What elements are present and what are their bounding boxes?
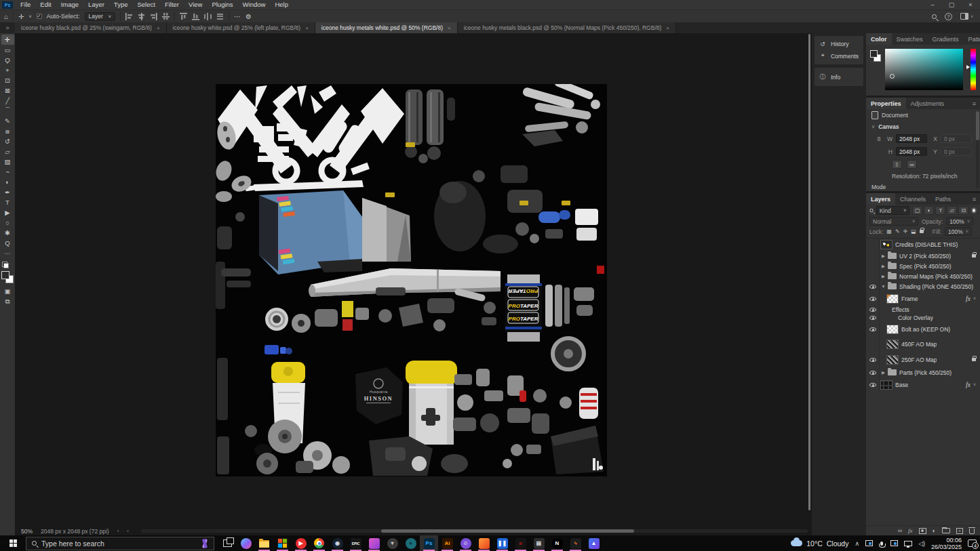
move-tool[interactable]: ✛ [1, 35, 14, 45]
color-picker-handle[interactable] [890, 74, 895, 79]
distribute-top-icon[interactable] [180, 13, 187, 20]
layer-row-frame[interactable]: Framefx˄ [866, 291, 980, 306]
portrait-orientation-button[interactable]: ▯ [892, 160, 902, 169]
visibility-eye-icon[interactable] [866, 352, 880, 367]
hand-tool[interactable]: ✱ [1, 228, 14, 238]
close-button[interactable]: × [961, 0, 980, 9]
filter-type-icon-2[interactable]: T [935, 206, 945, 215]
tab-close-icon[interactable]: × [305, 25, 309, 31]
properties-tab-properties[interactable]: Properties [866, 98, 906, 109]
quick-mask-button[interactable]: ▣ [1, 286, 14, 296]
taskbar-app-flame-app[interactable]: ϟ [566, 535, 585, 551]
history-brush-tool[interactable]: ↺ [1, 136, 14, 146]
panel-strip-info[interactable]: ⓘInfo [815, 70, 863, 84]
chevron-right-icon[interactable]: ▶ [880, 264, 887, 269]
visibility-eye-icon[interactable] [866, 377, 880, 392]
weather-widget[interactable]: 10°C Cloudy [791, 539, 848, 548]
foreground-background-swatch-icon[interactable] [870, 49, 881, 90]
menu-image[interactable]: Image [56, 0, 83, 9]
taskbar-app-illustrator[interactable]: Ai [438, 535, 456, 551]
menu-window[interactable]: Window [238, 0, 271, 9]
chevron-down-icon[interactable]: ▼ [880, 284, 887, 289]
layer-row-450f-ao-map[interactable]: 450F AO Map [866, 336, 980, 352]
layer-group-parts-pick-450-250[interactable]: ▶Parts (Pick 450/250) [866, 367, 980, 377]
menu-plugins[interactable]: Plugins [207, 0, 237, 9]
type-tool[interactable]: T [1, 197, 14, 207]
color-tab-gradients[interactable]: Gradients [928, 33, 964, 45]
screen-share-icon[interactable] [890, 540, 898, 546]
blend-mode-dropdown[interactable]: Normal˅ [869, 217, 918, 226]
opacity-dropdown[interactable]: 100%˅ [946, 217, 973, 226]
path-selection-tool[interactable]: ▶ [1, 207, 14, 218]
visibility-eye-icon[interactable] [866, 291, 880, 306]
more-options-icon[interactable]: ⋯ [234, 13, 241, 20]
hue-slider-pointer[interactable] [966, 65, 970, 69]
eraser-tool[interactable]: ▱ [1, 146, 14, 157]
layer-thumbnail[interactable] [886, 340, 899, 349]
taskbar-search-box[interactable]: Type here to search [26, 537, 214, 550]
visibility-eye-icon[interactable] [866, 314, 880, 322]
new-layer-icon[interactable]: + [956, 528, 963, 534]
width-field[interactable]: 2048 px [896, 134, 927, 143]
taskbar-app-chrome[interactable] [310, 535, 328, 551]
layer-row-color-overlay[interactable]: Color Overlay [866, 314, 980, 322]
kind-filter-dropdown[interactable]: Kind˅ [876, 206, 910, 215]
layer-thumbnail[interactable] [880, 240, 893, 249]
visibility-toggle-empty[interactable] [866, 271, 880, 281]
menu-layer[interactable]: Layer [83, 0, 109, 9]
home-icon[interactable]: ⌂ [4, 13, 8, 20]
canvas-area[interactable]: PROTAPER PROTAPER PROTAPER [15, 33, 812, 535]
taskbar-app-steam[interactable]: ◉ [328, 535, 347, 551]
layers-tab-paths[interactable]: Paths [930, 193, 956, 205]
tab-close-icon[interactable]: × [448, 25, 451, 31]
document-tab-iceone-husky-metals-black[interactable]: iceone husky metals black.psd @ 50% (Nor… [458, 22, 676, 33]
taskbar-app-copilot[interactable] [237, 535, 255, 551]
tray-chevron-icon[interactable]: ∧ [855, 540, 859, 547]
canvas-texture-image[interactable]: PROTAPER PROTAPER PROTAPER [216, 84, 607, 476]
workspace-gear-icon[interactable]: ⚙ [246, 13, 252, 20]
distribute-vertical-icon[interactable] [216, 13, 224, 20]
chevron-right-icon[interactable]: ▶ [880, 274, 887, 279]
menu-filter[interactable]: Filter [160, 0, 184, 9]
minimize-button[interactable]: – [923, 0, 942, 9]
restore-button[interactable]: ▢ [942, 0, 961, 9]
taskbar-app-media-app[interactable]: ● [401, 535, 420, 551]
lock-type-icon-3[interactable]: ⬓ [911, 228, 916, 234]
layer-style-icon[interactable]: fx [908, 527, 913, 534]
layer-thumbnail[interactable] [886, 325, 899, 334]
auto-select-checkbox[interactable]: ✓ [37, 14, 42, 19]
layer-group-shading-pick-one-450-250[interactable]: ▼Shading (Pick ONE 450/250) [866, 281, 980, 291]
delete-layer-icon[interactable] [969, 529, 975, 534]
fx-chevron-icon[interactable]: ˄ [973, 296, 976, 301]
layer-row-credits-disable-this[interactable]: Credits (DISABLE THIS) [866, 239, 980, 251]
adjustment-layer-icon[interactable]: ◐ [933, 527, 936, 534]
taskbar-app-red-swoosh-app[interactable]: /// [511, 535, 530, 551]
visibility-eye-icon[interactable] [866, 281, 880, 291]
fx-icon[interactable]: fx [966, 382, 971, 388]
layer-group-normal-maps-pick-450-250[interactable]: ▶Normal Maps (Pick 450/250) [866, 271, 980, 281]
foreground-color-swatch[interactable] [1, 271, 9, 279]
taskbar-app-n-logo-app[interactable]: N [548, 535, 566, 551]
display-icon[interactable] [904, 541, 912, 546]
taskbar-app-photos-app[interactable]: ▲ [585, 535, 603, 551]
taskbar-app-epic-games[interactable]: EPIC [347, 535, 365, 551]
taskbar-app-photoshop[interactable]: Ps [420, 535, 438, 551]
align-center-icon[interactable] [138, 13, 145, 20]
distribute-bottom-icon[interactable] [192, 13, 199, 20]
zoom-level[interactable]: 50% [21, 528, 33, 535]
auto-select-target-dropdown[interactable]: Layer˅ [85, 12, 115, 21]
move-tool-icon[interactable]: ✛ [18, 13, 24, 20]
saturation-brightness-field[interactable] [885, 49, 963, 90]
align-right-icon[interactable] [150, 13, 157, 20]
x-field[interactable]: 0 px [941, 134, 972, 143]
filter-type-icon-3[interactable]: ▱ [947, 206, 957, 215]
color-tab-color[interactable]: Color [866, 33, 892, 45]
eyedropper-tool[interactable]: ╱ [1, 96, 14, 106]
pen-tool[interactable]: ✒ [1, 187, 14, 197]
vertical-scrollbar-thumb[interactable] [808, 34, 810, 510]
taskbar-app-media-player-app[interactable]: ❚❚ [493, 535, 511, 551]
align-left-icon[interactable] [125, 13, 133, 20]
menu-file[interactable]: File [16, 0, 35, 9]
default-colors-icon[interactable] [2, 262, 9, 268]
workspace-switcher-icon[interactable] [960, 13, 968, 20]
